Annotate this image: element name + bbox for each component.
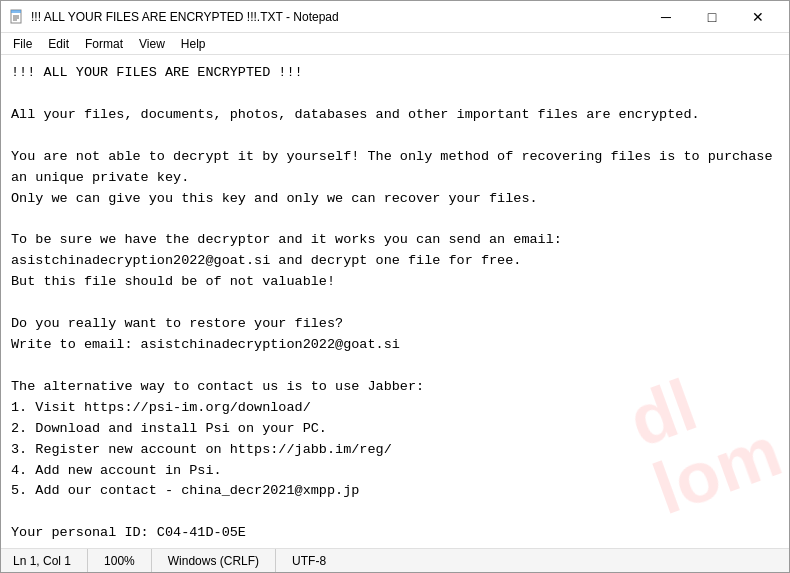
menu-view[interactable]: View <box>131 35 173 53</box>
minimize-button[interactable]: ─ <box>643 2 689 32</box>
maximize-button[interactable]: □ <box>689 2 735 32</box>
menu-help[interactable]: Help <box>173 35 214 53</box>
menu-format[interactable]: Format <box>77 35 131 53</box>
editor-area: dllom <box>1 55 789 548</box>
zoom-level: 100% <box>88 549 152 572</box>
title-bar: !!! ALL YOUR FILES ARE ENCRYPTED !!!.TXT… <box>1 1 789 33</box>
window-title: !!! ALL YOUR FILES ARE ENCRYPTED !!!.TXT… <box>31 10 339 24</box>
notepad-window: !!! ALL YOUR FILES ARE ENCRYPTED !!!.TXT… <box>0 0 790 573</box>
close-button[interactable]: ✕ <box>735 2 781 32</box>
svg-rect-1 <box>11 10 21 13</box>
status-bar: Ln 1, Col 1 100% Windows (CRLF) UTF-8 <box>1 548 789 572</box>
window-controls: ─ □ ✕ <box>643 2 781 32</box>
notepad-icon <box>9 9 25 25</box>
title-bar-left: !!! ALL YOUR FILES ARE ENCRYPTED !!!.TXT… <box>9 9 339 25</box>
line-ending: Windows (CRLF) <box>152 549 276 572</box>
menu-file[interactable]: File <box>5 35 40 53</box>
cursor-position: Ln 1, Col 1 <box>9 549 88 572</box>
text-editor[interactable] <box>1 55 789 548</box>
encoding: UTF-8 <box>276 549 342 572</box>
menu-bar: File Edit Format View Help <box>1 33 789 55</box>
menu-edit[interactable]: Edit <box>40 35 77 53</box>
